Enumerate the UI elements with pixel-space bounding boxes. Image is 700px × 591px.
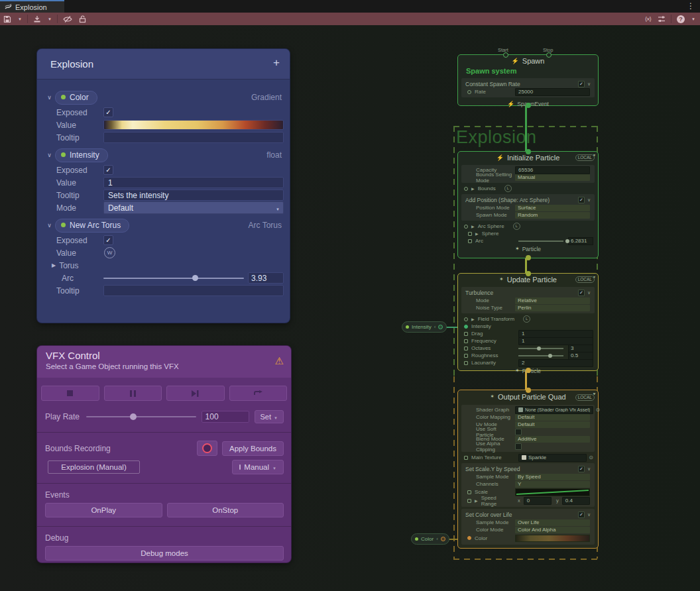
onstop-button[interactable]: OnStop (167, 503, 284, 517)
intensity-output-port[interactable] (438, 325, 443, 329)
speed-range-y-input[interactable]: 0.4 (562, 497, 590, 505)
bounds-target-field[interactable]: Explosion (Manual) (48, 460, 140, 474)
blackboard-header[interactable]: Explosion + (37, 49, 290, 80)
arc-value-input[interactable]: 6.2831 (568, 237, 593, 245)
help-button[interactable]: ? (673, 13, 688, 25)
soft-particle-checkbox[interactable] (515, 429, 522, 435)
rate-port[interactable] (467, 90, 471, 94)
roughness-slider[interactable] (518, 355, 563, 356)
channels-dropdown[interactable]: Y (515, 481, 590, 488)
blend-mode-dropdown[interactable]: Additive (515, 436, 590, 443)
play-rate-slider[interactable] (86, 416, 196, 417)
update-space-badge[interactable]: LOCAL (575, 276, 595, 283)
sphere-port[interactable] (468, 232, 472, 236)
block-enabled-checkbox[interactable] (578, 466, 585, 472)
main-texture-port[interactable] (464, 456, 468, 460)
torus-fold-icon[interactable] (52, 262, 56, 268)
intensity-port-connected[interactable] (464, 325, 468, 329)
code-preview-button[interactable] (642, 13, 654, 25)
debug-modes-button[interactable]: Debug modes (45, 546, 284, 561)
block-collapse-icon[interactable] (587, 197, 591, 203)
alpha-clipping-checkbox[interactable] (515, 443, 522, 450)
color-parameter-node[interactable]: Color (411, 533, 449, 545)
toggle-visibility-button[interactable] (60, 13, 76, 25)
arc-sphere-port[interactable] (464, 225, 468, 229)
initialize-out-port[interactable] (526, 255, 531, 260)
initialize-space-badge[interactable]: LOCAL (575, 154, 595, 161)
restart-button[interactable] (229, 386, 288, 401)
arc-slider[interactable] (518, 241, 563, 242)
block-enabled-checkbox[interactable] (578, 197, 585, 203)
object-picker-icon[interactable] (589, 455, 593, 460)
spawn-out-port[interactable] (526, 103, 531, 108)
scale-curve-field[interactable] (515, 488, 590, 496)
local-space-badge[interactable]: L (513, 223, 520, 230)
block-enabled-checkbox[interactable] (578, 81, 585, 87)
lacunarity-port[interactable] (464, 361, 468, 365)
update-context-node[interactable]: Update ParticleLOCAL Turbulence ModeRela… (457, 273, 599, 371)
speed-range-x-input[interactable]: 0 (524, 497, 552, 505)
save-as-dropdown-arrow[interactable] (44, 13, 55, 25)
edge-spawn-to-initialize[interactable] (525, 105, 527, 152)
play-rate-input[interactable]: 100 (202, 411, 249, 423)
update-out-port[interactable] (526, 368, 531, 373)
initialize-context-node[interactable]: Initialize ParticleLOCAL Capacity65536 B… (457, 151, 599, 258)
lacunarity-input[interactable]: 2 (518, 359, 593, 367)
play-rate-knob[interactable] (130, 413, 137, 420)
help-dropdown-arrow[interactable] (688, 13, 699, 25)
add-position-block[interactable]: Add Position (Shape: Arc Sphere) (465, 197, 575, 203)
rate-input[interactable]: 25000 (515, 88, 590, 96)
property-pill-arc-torus[interactable]: New Arc Torus (55, 219, 129, 233)
add-property-button[interactable]: + (273, 56, 280, 70)
speed-range-fold-icon[interactable] (475, 498, 478, 503)
save-dropdown-arrow[interactable] (15, 13, 25, 25)
value-input[interactable]: 1 (103, 177, 284, 188)
foldout-chevron-icon[interactable] (44, 152, 55, 158)
lock-button[interactable] (76, 13, 89, 25)
arc-slider-knob[interactable] (192, 275, 198, 281)
field-transform-port[interactable] (464, 317, 468, 321)
capacity-input[interactable]: 65536 (515, 166, 590, 174)
local-space-badge[interactable]: L (504, 185, 512, 192)
shader-graph-object-field[interactable]: None (Shader Graph Vfx Asset) (515, 406, 593, 414)
sample-mode-dropdown[interactable]: By Speed (515, 474, 590, 480)
tab-explosion[interactable]: Explosion (0, 0, 64, 13)
bounds-port[interactable] (464, 187, 468, 191)
save-button[interactable] (0, 13, 15, 25)
block-enabled-checkbox[interactable] (578, 511, 585, 518)
arc-sphere-fold-icon[interactable] (471, 224, 475, 229)
arc-value-input[interactable]: 3.93 (248, 272, 284, 284)
block-collapse-icon[interactable] (587, 290, 591, 296)
uv-mode-dropdown[interactable]: Default (515, 421, 590, 428)
object-picker-icon[interactable] (595, 407, 600, 413)
onplay-button[interactable]: OnPlay (45, 503, 162, 517)
set-color-block[interactable]: Set Color over Life (465, 511, 575, 518)
turbulence-mode-dropdown[interactable]: Relative (515, 297, 590, 304)
block-collapse-icon[interactable] (587, 466, 591, 472)
gradient-value-field[interactable] (103, 120, 284, 130)
arc-slider-knob[interactable] (565, 239, 569, 243)
pause-button[interactable] (104, 386, 162, 401)
property-pill-intensity[interactable]: Intensity (55, 148, 108, 162)
block-collapse-icon[interactable] (587, 512, 591, 517)
blackboard-panel[interactable]: Explosion + Color Gradient Exposed Value… (37, 49, 290, 323)
output-space-badge[interactable]: LOCAL (575, 394, 595, 401)
color-output-port[interactable] (441, 537, 445, 541)
apply-bounds-button[interactable]: Apply Bounds (222, 441, 284, 456)
save-as-button[interactable] (30, 13, 44, 25)
color-sample-mode-dropdown[interactable]: Over Life (515, 519, 590, 526)
step-button[interactable] (166, 386, 225, 401)
scale-port[interactable] (467, 490, 471, 494)
bounds-fold-icon[interactable] (471, 186, 475, 191)
frequency-port[interactable] (464, 339, 468, 343)
turbulence-block[interactable]: Turbulence (465, 290, 575, 296)
spawn-context-node[interactable]: Start Stop Spawn Spawn system Constant S… (457, 54, 599, 106)
octaves-slider-knob[interactable] (537, 347, 541, 350)
spawn-system-label[interactable]: Spawn system (458, 66, 598, 76)
octaves-port[interactable] (464, 347, 468, 350)
tooltip-input[interactable] (103, 132, 284, 143)
position-mode-dropdown[interactable]: Surface (515, 205, 590, 211)
arc-port[interactable] (468, 239, 472, 243)
record-bounds-button[interactable] (197, 441, 217, 456)
collapse-arrow-icon[interactable] (434, 324, 436, 330)
